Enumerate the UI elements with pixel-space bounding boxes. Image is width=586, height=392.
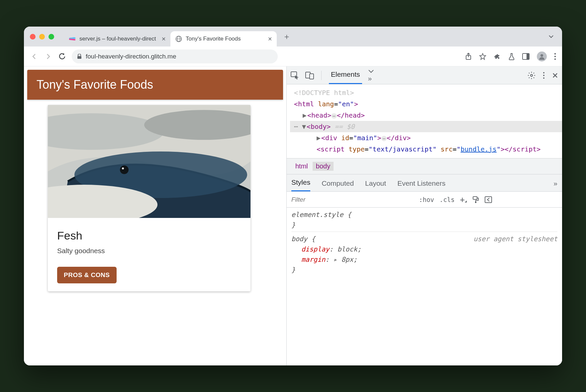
- food-card: Fesh Salty goodness PROS & CONS: [48, 105, 250, 291]
- tab-tonys[interactable]: Tony's Favorite Foods ✕: [170, 31, 277, 47]
- kebab-menu-icon[interactable]: [554, 53, 556, 60]
- card-image: [48, 105, 250, 218]
- extensions-icon[interactable]: [494, 53, 501, 60]
- svg-rect-6: [527, 53, 529, 59]
- tab-elements[interactable]: Elements: [329, 70, 362, 84]
- svg-rect-27: [485, 197, 492, 203]
- tabs-dropdown-icon[interactable]: [548, 34, 554, 40]
- paint-icon[interactable]: [472, 196, 479, 203]
- svg-rect-26: [475, 202, 476, 203]
- dom-body-selected[interactable]: ⋯ ▼<body> == $0: [290, 121, 562, 132]
- tab-computed[interactable]: Computed: [322, 179, 354, 191]
- new-style-rule-icon[interactable]: +◢: [460, 195, 467, 204]
- tab-close-icon[interactable]: ✕: [161, 36, 166, 42]
- reload-button[interactable]: [58, 53, 66, 60]
- toolbar: foul-heavenly-direction.glitch.me: [24, 47, 562, 66]
- dom-script[interactable]: <script type="text/javascript" src="bund…: [290, 144, 562, 155]
- svg-rect-25: [473, 197, 477, 199]
- prop-display[interactable]: display: [291, 245, 329, 253]
- dom-head[interactable]: ▶<head>⋯</head>: [290, 110, 562, 121]
- dom-breadcrumb: html body: [287, 158, 562, 174]
- inspect-icon[interactable]: [291, 71, 299, 79]
- tab-close-icon[interactable]: ✕: [268, 36, 272, 42]
- styles-tabbar: Styles Computed Layout Event Listeners »: [287, 174, 562, 192]
- tab-strip: server.js – foul-heavenly-direct ✕ Tony'…: [24, 27, 562, 47]
- breadcrumb-body[interactable]: body: [313, 162, 334, 171]
- back-button[interactable]: [30, 53, 39, 60]
- window-zoom-dot[interactable]: [49, 34, 54, 40]
- window-close-dot[interactable]: [30, 34, 36, 40]
- sidepanel-icon[interactable]: [522, 53, 530, 60]
- svg-point-22: [543, 72, 544, 73]
- dom-html[interactable]: <html lang="en">: [290, 98, 562, 110]
- devtools-close-icon[interactable]: [552, 72, 558, 78]
- svg-point-10: [554, 58, 556, 59]
- card-title: Fesh: [57, 229, 241, 242]
- toolbar-right: [465, 51, 556, 61]
- tab-event-listeners[interactable]: Event Listeners: [397, 179, 445, 191]
- svg-point-21: [531, 74, 533, 76]
- new-tab-button[interactable]: ＋: [283, 31, 291, 42]
- page-title: Tony's Favorite Foods: [27, 70, 283, 100]
- styles-rules[interactable]: element.style { } user agent stylesheet …: [287, 208, 562, 365]
- devtools-kebab-icon[interactable]: [543, 72, 545, 79]
- svg-rect-20: [310, 74, 314, 79]
- svg-point-7: [540, 54, 543, 57]
- devtools-panel: Elements » <!DOCTYPE html> <html lang="e…: [286, 66, 562, 365]
- bookmark-star-icon[interactable]: [479, 53, 486, 60]
- svg-rect-3: [77, 56, 81, 59]
- rule-source: user agent stylesheet: [473, 234, 557, 244]
- svg-point-24: [543, 77, 544, 79]
- svg-point-23: [543, 75, 544, 76]
- tab-glitch[interactable]: server.js – foul-heavenly-direct ✕: [64, 31, 170, 47]
- styles-more-icon[interactable]: »: [553, 179, 557, 191]
- share-icon[interactable]: [465, 53, 472, 60]
- svg-point-9: [554, 55, 556, 57]
- settings-gear-icon[interactable]: [528, 71, 536, 79]
- more-tabs-icon[interactable]: »: [368, 68, 374, 82]
- labs-icon[interactable]: [508, 53, 515, 60]
- browser-window: server.js – foul-heavenly-direct ✕ Tony'…: [24, 27, 562, 365]
- svg-point-8: [554, 53, 556, 54]
- globe-icon: [175, 35, 182, 43]
- tab-title: Tony's Favorite Foods: [186, 36, 264, 42]
- computed-toggle-icon[interactable]: [485, 196, 492, 203]
- traffic-lights: [30, 34, 54, 40]
- styles-filter-input[interactable]: [291, 194, 414, 205]
- tab-styles[interactable]: Styles: [291, 178, 310, 191]
- tab-layout[interactable]: Layout: [365, 179, 386, 191]
- content-area: Tony's Favorite Foods: [24, 66, 562, 365]
- svg-point-16: [122, 167, 124, 169]
- lock-icon: [77, 54, 82, 59]
- url-text: foul-heavenly-direction.glitch.me: [86, 53, 176, 60]
- breadcrumb-html[interactable]: html: [292, 162, 311, 171]
- device-toggle-icon[interactable]: [305, 71, 314, 79]
- glitch-icon: [69, 35, 76, 43]
- devtools-tabbar: Elements »: [287, 66, 562, 84]
- profile-avatar[interactable]: [537, 51, 547, 61]
- prop-margin[interactable]: margin: [291, 255, 325, 263]
- forward-button[interactable]: [44, 53, 52, 60]
- dom-tree[interactable]: <!DOCTYPE html> <html lang="en"> ▶<head>…: [287, 84, 562, 158]
- address-bar[interactable]: foul-heavenly-direction.glitch.me: [72, 49, 278, 63]
- dom-div[interactable]: ▶<div id="main">⋯</div>: [290, 132, 562, 144]
- window-minimize-dot[interactable]: [39, 34, 45, 40]
- dom-doctype[interactable]: <!DOCTYPE html>: [290, 87, 562, 98]
- pros-cons-button[interactable]: PROS & CONS: [57, 267, 117, 283]
- cls-toggle[interactable]: .cls: [440, 196, 455, 203]
- rendered-page: Tony's Favorite Foods: [24, 66, 286, 365]
- tab-title: server.js – foul-heavenly-direct: [79, 36, 158, 42]
- styles-toolbar: :hov .cls +◢: [287, 192, 562, 208]
- card-subtitle: Salty goodness: [57, 247, 241, 255]
- element-style-selector[interactable]: element.style {: [291, 210, 557, 220]
- svg-point-15: [120, 165, 129, 174]
- hov-toggle[interactable]: :hov: [419, 196, 434, 203]
